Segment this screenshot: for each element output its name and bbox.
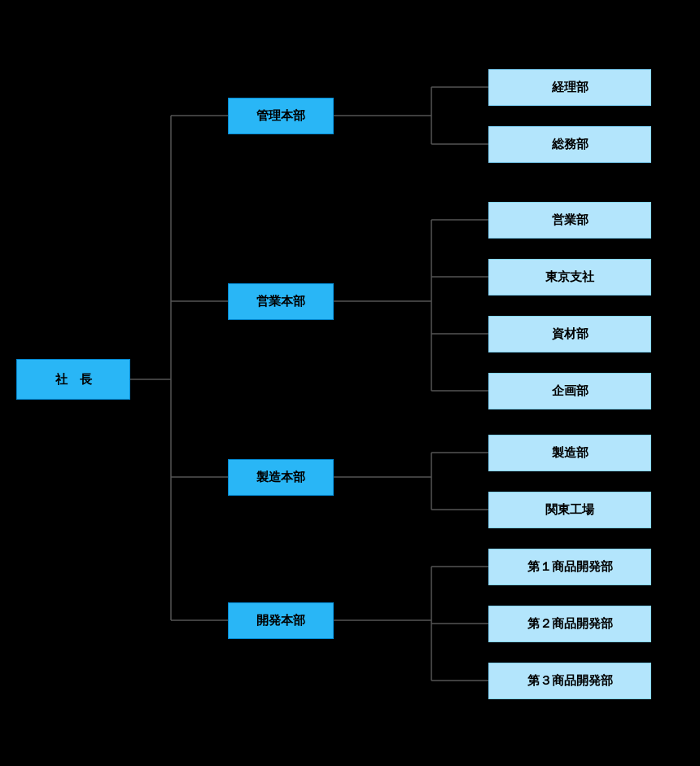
kanto-node: 関東工場 xyxy=(488,492,651,528)
tokyo-node: 東京支社 xyxy=(488,259,651,295)
eigyobu-node: 営業部 xyxy=(488,202,651,239)
shacho-node: 社 長 xyxy=(16,359,130,400)
dai3-node: 第３商品開発部 xyxy=(488,663,651,699)
kaihatsu-node: 開発本部 xyxy=(228,602,334,639)
seizo-node: 製造本部 xyxy=(228,459,334,496)
kikaku-node: 企画部 xyxy=(488,373,651,409)
keiri-node: 経理部 xyxy=(488,69,651,106)
kanri-node: 管理本部 xyxy=(228,98,334,134)
somu-node: 総務部 xyxy=(488,126,651,163)
shizai-node: 資材部 xyxy=(488,316,651,352)
seizobu-node: 製造部 xyxy=(488,435,651,471)
eigyo-node: 営業本部 xyxy=(228,283,334,320)
dai2-node: 第２商品開発部 xyxy=(488,606,651,642)
dai1-node: 第１商品開発部 xyxy=(488,549,651,585)
org-chart: 社 長 管理本部 営業本部 製造本部 開発本部 経理部 総務部 営業部 東京支社… xyxy=(0,0,700,766)
